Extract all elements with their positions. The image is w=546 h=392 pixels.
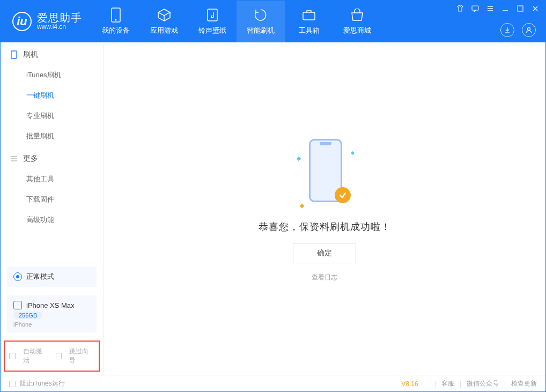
- svg-rect-2: [208, 9, 217, 21]
- tab-store[interactable]: 爱思商城: [333, 1, 381, 42]
- app-url: www.i4.cn: [37, 24, 82, 31]
- skip-guide-label: 跳过向导: [69, 347, 94, 365]
- ok-button[interactable]: 确定: [293, 243, 356, 263]
- maximize-button[interactable]: [517, 5, 524, 12]
- music-file-icon: [205, 8, 220, 23]
- svg-rect-5: [518, 6, 523, 11]
- download-button[interactable]: [500, 23, 514, 37]
- menu-icon[interactable]: [486, 5, 494, 12]
- minimize-button[interactable]: [501, 5, 509, 12]
- feedback-icon[interactable]: [471, 5, 479, 12]
- window-controls: [456, 5, 539, 12]
- sidebar-item-other-tools[interactable]: 其他工具: [26, 169, 103, 189]
- statusbar: 阻止iTunes运行 V8.16 | 客服 | 微信公众号 | 检查更新: [1, 375, 545, 392]
- cube-icon: [157, 8, 172, 23]
- sidebar-item-download-firmware[interactable]: 下载固件: [26, 189, 103, 210]
- app-name-cn: 爱思助手: [37, 12, 82, 24]
- svg-rect-7: [11, 51, 17, 58]
- skip-guide-checkbox[interactable]: [56, 353, 62, 359]
- list-icon: [10, 155, 18, 162]
- bottom-checkbox-row: 自动激活 跳过向导: [4, 341, 100, 372]
- main-content: 恭喜您，保资料刷机成功啦！ 确定 查看日志: [104, 42, 545, 375]
- auto-activate-label: 自动激活: [23, 347, 48, 365]
- auto-activate-checkbox[interactable]: [9, 353, 16, 359]
- titlebar: iu 爱思助手 www.i4.cn 我的设备 应用游戏 铃声壁纸 智能刷机 工具…: [1, 1, 545, 42]
- view-log-link[interactable]: 查看日志: [312, 273, 337, 282]
- tab-toolbox[interactable]: 工具箱: [285, 1, 333, 42]
- phone-small-icon: [10, 51, 18, 58]
- svg-point-6: [528, 28, 530, 31]
- logo-icon: iu: [12, 12, 32, 31]
- block-itunes-label: 阻止iTunes运行: [20, 379, 65, 388]
- device-icon: [108, 8, 123, 23]
- app-logo: iu 爱思助手 www.i4.cn: [1, 1, 92, 42]
- support-link[interactable]: 客服: [441, 379, 454, 388]
- user-account-button[interactable]: [522, 23, 536, 37]
- sidebar: 刷机 iTunes刷机 一键刷机 专业刷机 批量刷机 更多 其他工具 下载固件 …: [1, 42, 104, 375]
- checkmark-badge-icon: [335, 187, 351, 203]
- version-label: V8.16: [401, 380, 418, 388]
- tab-ringtone-wallpaper[interactable]: 铃声壁纸: [188, 1, 237, 42]
- tab-my-device[interactable]: 我的设备: [92, 1, 140, 42]
- sidebar-item-advanced[interactable]: 高级功能: [26, 210, 103, 230]
- success-message: 恭喜您，保资料刷机成功啦！: [259, 220, 391, 233]
- device-capacity-badge: 256GB: [13, 312, 42, 319]
- tab-apps-games[interactable]: 应用游戏: [140, 1, 188, 42]
- sidebar-item-pro-flash[interactable]: 专业刷机: [26, 106, 103, 126]
- close-button[interactable]: [532, 5, 539, 12]
- toolbox-icon: [301, 8, 316, 23]
- store-icon: [350, 8, 365, 23]
- check-update-link[interactable]: 检查更新: [511, 379, 537, 388]
- sidebar-section-flash: 刷机: [1, 42, 103, 65]
- svg-rect-3: [303, 12, 315, 20]
- device-info-card[interactable]: iPhone XS Max 256GB iPhone: [7, 295, 97, 333]
- svg-point-1: [115, 19, 117, 21]
- refresh-shield-icon: [253, 8, 268, 23]
- tab-smart-flash[interactable]: 智能刷机: [237, 1, 285, 42]
- wechat-link[interactable]: 微信公众号: [467, 379, 499, 388]
- device-small-icon: [13, 301, 22, 309]
- sidebar-section-more: 更多: [1, 146, 103, 169]
- sidebar-item-oneclick-flash[interactable]: 一键刷机: [26, 85, 103, 106]
- nav-tabs: 我的设备 应用游戏 铃声壁纸 智能刷机 工具箱 爱思商城: [92, 1, 381, 42]
- sidebar-item-itunes-flash[interactable]: iTunes刷机: [26, 65, 103, 85]
- device-mode-card[interactable]: 正常模式: [7, 267, 97, 287]
- success-illustration: [295, 136, 354, 211]
- mode-indicator-icon: [13, 272, 22, 281]
- sidebar-item-batch-flash[interactable]: 批量刷机: [26, 126, 103, 146]
- shirt-icon[interactable]: [456, 5, 464, 12]
- block-itunes-checkbox[interactable]: [9, 381, 16, 387]
- svg-rect-4: [472, 6, 478, 10]
